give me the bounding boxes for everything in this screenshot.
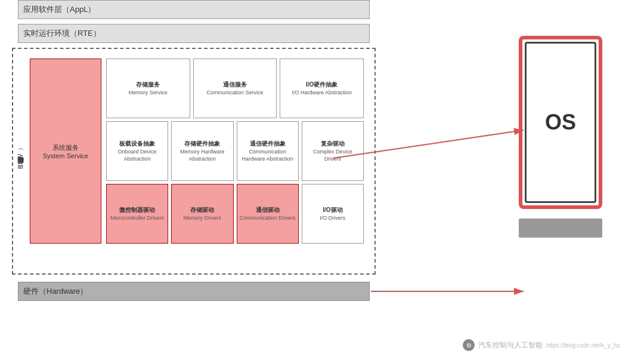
hardware-label: 硬件（Hardware） xyxy=(23,286,88,297)
watermark-icon: ⚙ xyxy=(463,339,475,351)
watermark-text: 汽车控制与人工智能 xyxy=(478,340,543,350)
os-label: OS xyxy=(525,42,596,203)
system-service-box: 系统服务 System Service xyxy=(30,59,101,244)
memory-service-cell: 存储服务 Memory Service xyxy=(106,59,190,118)
io-drivers-cell: I/O驱动 I/O Drivers xyxy=(302,184,364,244)
main-container: 应用软件层（AppL） 实时运行环境（RTE） 基础软件层（BSW） 硬件（Ha… xyxy=(0,0,644,363)
grid-row-2: 板载设备抽象 Onboard Device Abstraction 存储硬件抽象… xyxy=(106,121,364,181)
os-area: OS xyxy=(513,36,608,263)
os-hardware-bar xyxy=(519,219,602,238)
os-phone: OS xyxy=(519,36,602,209)
bsw-inner: 系统服务 System Service 存储服务 Memory Service … xyxy=(30,53,373,270)
memory-drivers-cell: 存储驱动 Memory Drivers xyxy=(171,184,233,244)
system-service-en: System Service xyxy=(43,152,88,159)
grid-row-3: 微控制器驱动 Microcontroller Drivers 存储驱动 Memo… xyxy=(106,184,364,244)
complex-device-drivers-cell: 复杂驱动 Complex Device Drivers xyxy=(302,121,364,181)
onboard-device-cell: 板载设备抽象 Onboard Device Abstraction xyxy=(106,121,168,181)
memory-hw-abstraction-cell: 存储硬件抽象 Memory Hardware Abstraction xyxy=(171,121,233,181)
comm-drivers-cell: 通信驱动 Communica­tion Drivers xyxy=(237,184,299,244)
comm-service-cell: 通信服务 Communica­tion Service xyxy=(193,59,277,118)
grid-area: 存储服务 Memory Service 通信服务 Communica­tion … xyxy=(106,59,364,244)
comm-hw-abstraction-cell: 通信硬件抽象 Communica­tion Hardware Abstracti… xyxy=(237,121,299,181)
appl-label: 应用软件层（AppL） xyxy=(23,4,95,15)
bsw-label: 基础软件层（BSW） xyxy=(12,48,29,275)
grid-row-1: 存储服务 Memory Service 通信服务 Communica­tion … xyxy=(106,59,364,118)
io-hw-abstraction-cell: I/O硬件抽象 I/O Hardware Abstraction xyxy=(280,59,364,118)
watermark-url: https://blog.csdn.net/k_y_hz xyxy=(546,342,620,349)
hardware-bar: 硬件（Hardware） xyxy=(18,282,370,301)
watermark: ⚙ 汽车控制与人工智能 https://blog.csdn.net/k_y_hz xyxy=(463,339,620,351)
microcontroller-drivers-cell: 微控制器驱动 Microcontroller Drivers xyxy=(106,184,168,244)
rte-bar: 实时运行环境（RTE） xyxy=(18,24,370,43)
appl-bar: 应用软件层（AppL） xyxy=(18,0,370,19)
rte-label: 实时运行环境（RTE） xyxy=(23,28,101,39)
system-service-cn: 系统服务 xyxy=(52,143,79,152)
